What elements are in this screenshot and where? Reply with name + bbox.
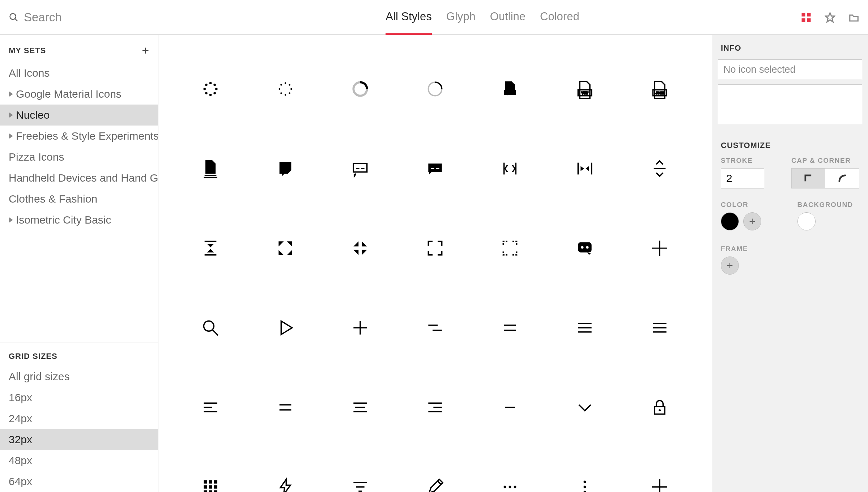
grid-size-item[interactable]: All grid sizes	[0, 366, 158, 387]
svg-rect-34	[283, 164, 284, 169]
icon-cell-dots-vert[interactable]	[548, 447, 622, 492]
icon-cell-search[interactable]	[173, 288, 248, 368]
icon-cell-code-brackets[interactable]	[473, 129, 548, 208]
icon-cell-dots-horiz[interactable]	[473, 447, 548, 492]
svg-point-61	[581, 246, 584, 249]
icon-cell-double-line-offset[interactable]	[397, 288, 472, 368]
icon-cell-double-line-center[interactable]	[248, 368, 323, 447]
svg-point-20	[280, 84, 282, 86]
cap-corner-label: CAP & CORNER	[791, 157, 859, 165]
icon-cell-pencil[interactable]	[397, 447, 472, 492]
icon-cell-grid-3x3[interactable]	[173, 447, 248, 492]
icon-cell-lock[interactable]	[622, 368, 697, 447]
sidebar-set-item[interactable]: Freebies & Style Experiments	[0, 126, 158, 147]
icon-cell-file-vvt-outline[interactable]: VVT	[548, 49, 622, 129]
bg-swatch-white[interactable]	[797, 212, 816, 230]
svg-marker-57	[362, 241, 367, 246]
svg-rect-35	[286, 164, 288, 169]
icon-cell-expand-corners-out[interactable]	[248, 208, 323, 288]
icon-cell-expand-corners-in[interactable]	[323, 208, 397, 288]
icon-cell-dots-spinner[interactable]	[248, 49, 323, 129]
svg-marker-55	[287, 250, 292, 255]
icon-cell-collapse-vert[interactable]	[173, 208, 248, 288]
sidebar-set-item[interactable]: All Icons	[0, 63, 158, 84]
svg-marker-58	[353, 250, 358, 255]
icon-cell-file-json-stack[interactable]: JSON	[173, 129, 248, 208]
icon-cell-subtitle-fill[interactable]	[397, 129, 472, 208]
icon-cell-file-vvt-fill[interactable]: VVT	[473, 49, 548, 129]
icon-cell-chevron-down[interactable]	[548, 368, 622, 447]
svg-text:VVT: VVT	[582, 91, 588, 95]
search-input[interactable]	[24, 10, 150, 24]
grid-size-item[interactable]: 48px	[0, 450, 158, 471]
icon-cell-filter[interactable]	[323, 447, 397, 492]
sidebar-set-item[interactable]: Handheld Devices and Hand G...	[0, 167, 158, 188]
svg-text:JSON: JSON	[656, 92, 664, 95]
grid-view-icon[interactable]	[801, 12, 812, 23]
icon-cell-brackets-dashed[interactable]	[473, 208, 548, 288]
icon-tags-field[interactable]	[718, 84, 862, 124]
icon-cell-horiz-handles[interactable]	[548, 129, 622, 208]
sidebar-set-item[interactable]: Pizza Icons	[0, 147, 158, 167]
folder-icon[interactable]	[848, 12, 859, 23]
svg-point-8	[213, 92, 216, 94]
icon-cell-discord[interactable]	[548, 208, 622, 288]
tab-outline[interactable]: Outline	[490, 0, 526, 35]
icon-cell-plus-medium[interactable]	[323, 288, 397, 368]
tab-glyph[interactable]: Glyph	[446, 0, 476, 35]
grid-size-item[interactable]: 24px	[0, 408, 158, 429]
icon-cell-plus-thin[interactable]	[622, 208, 697, 288]
color-add-button[interactable]: +	[743, 212, 761, 230]
icon-cell-file-json[interactable]: JSON	[622, 49, 697, 129]
icon-grid-area: VVTVVTJSONJSON	[158, 35, 712, 492]
cap-miter-button[interactable]	[791, 168, 825, 188]
frame-add-button[interactable]: +	[721, 256, 739, 275]
svg-marker-54	[278, 250, 284, 255]
grid-size-item[interactable]: 32px	[0, 429, 158, 450]
sidebar-set-item[interactable]: Isometric City Basic	[0, 209, 158, 230]
icon-cell-plus-large[interactable]	[622, 447, 697, 492]
svg-point-11	[203, 88, 206, 90]
color-swatch-black[interactable]	[721, 212, 739, 230]
icon-cell-subtitle-outline[interactable]	[323, 129, 397, 208]
svg-rect-95	[209, 480, 212, 483]
stroke-input[interactable]	[721, 168, 764, 188]
icon-cell-play[interactable]	[248, 288, 323, 368]
svg-marker-67	[281, 321, 292, 334]
icon-cell-brackets-outline[interactable]	[397, 208, 472, 288]
grid-size-item[interactable]: 16px	[0, 387, 158, 408]
cap-round-button[interactable]	[825, 168, 859, 188]
svg-marker-6	[826, 13, 835, 22]
icon-cell-twitch[interactable]	[248, 129, 323, 208]
tab-all-styles[interactable]: All Styles	[386, 0, 431, 35]
icon-cell-bolt[interactable]	[248, 447, 323, 492]
icon-cell-hamburger-center[interactable]	[323, 368, 397, 447]
svg-marker-49	[207, 244, 214, 247]
svg-rect-99	[214, 485, 217, 488]
icon-cell-hamburger-right[interactable]	[397, 368, 472, 447]
icon-cell-dots-spinner-bold[interactable]	[173, 49, 248, 129]
sidebar-set-item[interactable]: Nucleo	[0, 105, 158, 126]
sidebar-set-item[interactable]: Clothes & Fashion	[0, 188, 158, 209]
svg-point-12	[205, 84, 208, 86]
sidebar-item-label: Nucleo	[16, 109, 50, 121]
add-set-button[interactable]: +	[142, 43, 149, 58]
icon-name-field[interactable]: No icon selected	[718, 59, 862, 80]
sidebar-set-item[interactable]: Google Material Icons	[0, 84, 158, 105]
icon-cell-hamburger-left[interactable]	[173, 368, 248, 447]
icon-cell-expand-vert[interactable]	[622, 129, 697, 208]
svg-marker-59	[362, 250, 367, 255]
icon-cell-double-line[interactable]	[473, 288, 548, 368]
disclosure-triangle-icon	[9, 112, 13, 118]
icon-cell-hamburger-3b[interactable]	[622, 288, 697, 368]
icon-cell-ring-spinner-thick[interactable]	[323, 49, 397, 129]
svg-point-9	[209, 94, 212, 96]
star-icon[interactable]	[825, 12, 835, 23]
icon-cell-ring-spinner-thin[interactable]	[397, 49, 472, 129]
tab-colored[interactable]: Colored	[540, 0, 579, 35]
svg-point-14	[213, 84, 216, 86]
icon-cell-hamburger-3[interactable]	[548, 288, 622, 368]
icon-cell-line-short[interactable]	[473, 368, 548, 447]
grid-size-item[interactable]: 64px	[0, 471, 158, 492]
svg-rect-36	[353, 164, 367, 172]
